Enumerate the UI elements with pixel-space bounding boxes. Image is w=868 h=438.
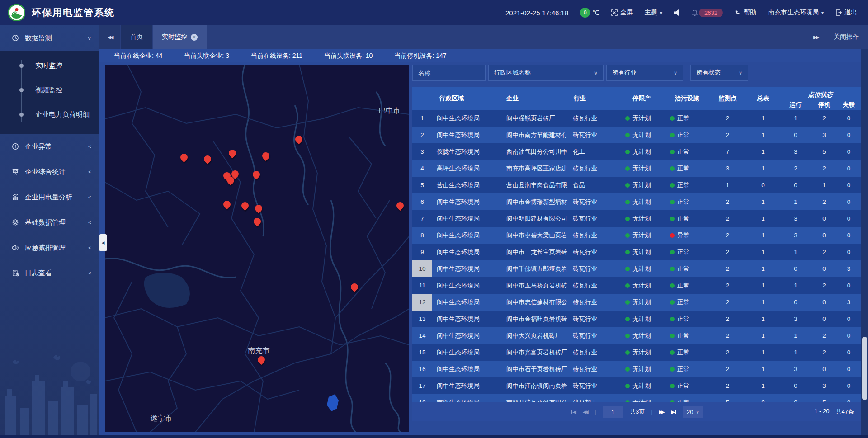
table-row[interactable]: 14阆中生态环境局阆中大兴页岩机砖厂砖瓦行业无计划正常21120: [412, 327, 861, 344]
table-row[interactable]: 4高坪生态环境局南充市高坪区王家店建砖瓦行业无计划正常31220: [412, 160, 861, 177]
fullscreen-button[interactable]: 全屏: [611, 9, 633, 17]
total-pages-label: 共3页: [630, 408, 645, 416]
table-row[interactable]: 5营山生态环境局营山县润丰肉食品有限食品无计划正常10010: [412, 177, 861, 193]
cell-monitor: 2: [708, 244, 747, 260]
cell-region: 营山生态环境局: [432, 177, 503, 193]
cell-stop: 0: [812, 294, 836, 311]
sidebar-item-视频监控[interactable]: 视频监控: [0, 78, 99, 102]
cell-facility: 正常: [665, 210, 708, 227]
cell-run: 3: [779, 143, 812, 160]
table-row[interactable]: 9阆中生态环境局阆中市二龙长宝页岩砖砖瓦行业无计划正常21120: [412, 244, 861, 260]
name-filter-input[interactable]: [412, 65, 486, 81]
sidebar-collapse-button[interactable]: ◀: [99, 234, 107, 251]
mute-icon[interactable]: [674, 9, 680, 16]
industry-filter-select[interactable]: 所有行业 ∨: [606, 65, 683, 81]
stop-limit-text: 无计划: [632, 114, 651, 122]
sidebar-group-数据监测[interactable]: 数据监测∨: [0, 25, 99, 51]
scrollbar-thumb[interactable]: [862, 337, 867, 400]
table-row[interactable]: 3仪陇生态环境局西南油气田分公司川中化工无计划正常71350: [412, 143, 861, 160]
cell-industry: 砖瓦行业: [568, 344, 618, 361]
cell-stop: 0: [812, 227, 836, 244]
table-row[interactable]: 13阆中生态环境局阆中市金福旺页岩机砖砖瓦行业无计划正常21300: [412, 311, 861, 327]
table-row[interactable]: 7阆中生态环境局阆中明阳建材有限公司砖瓦行业无计划正常21300: [412, 210, 861, 227]
filter-bar: 行政区域名称 ∨ 所有行业 ∨ 所有状态 ∨: [412, 65, 861, 81]
divider: |: [595, 409, 596, 415]
region-filter-select[interactable]: 行政区域名称 ∨: [488, 65, 604, 81]
status-dot-icon: [625, 334, 630, 338]
sidebar-group-企业综合统计[interactable]: 企业综合统计<: [0, 159, 99, 184]
cell-run: 1: [779, 277, 812, 294]
tabs-scroll-right-button[interactable]: ▶▶: [813, 34, 818, 40]
cell-index: 8: [412, 227, 432, 244]
cell-facility: 正常: [665, 260, 708, 277]
temperature-badge: 0: [580, 8, 590, 18]
sidebar-group-企业异常[interactable]: 企业异常<: [0, 134, 99, 159]
table-row[interactable]: 18南部生态环境局南部县砖瓦小河有限公建材加工无计划正常50050: [412, 394, 861, 402]
prev-page-button[interactable]: ◀◀: [583, 409, 589, 415]
table-row[interactable]: 15阆中生态环境局阆中市光富页岩机砖厂砖瓦行业无计划正常21120: [412, 344, 861, 361]
map[interactable]: 巴中市南充市遂宁市: [105, 65, 409, 432]
first-page-button[interactable]: ◀: [571, 409, 576, 415]
cell-index: 12: [412, 294, 432, 311]
chevron-down-icon: ∨: [732, 70, 742, 76]
table-row[interactable]: 6阆中生态环境局阆中市金博瑞新型墙材砖瓦行业无计划正常21120: [412, 193, 861, 210]
cell-stop: 0: [812, 210, 836, 227]
table-row[interactable]: 1阆中生态环境局阆中强锐页岩砖厂砖瓦行业无计划正常21120: [412, 110, 861, 127]
cell-run: 1: [779, 110, 812, 127]
stat-item: 当前停机设备: 147: [394, 52, 446, 60]
sidebar-group-企业用电量分析[interactable]: 企业用电量分析<: [0, 184, 99, 210]
cell-monitor: 7: [708, 143, 747, 160]
cell-index: 2: [412, 127, 432, 143]
cell-total: 1: [747, 143, 779, 160]
table-row[interactable]: 2阆中生态环境局阆中市南方节能建材有砖瓦行业无计划正常21030: [412, 127, 861, 143]
facility-text: 正常: [677, 349, 689, 357]
tab-首页[interactable]: 首页: [121, 25, 152, 49]
cell-stop-limit: 无计划: [618, 344, 665, 361]
page-scrollbar[interactable]: [861, 49, 868, 438]
page-size-select[interactable]: 20 ∨: [683, 406, 703, 418]
table-row[interactable]: 10阆中生态环境局阆中千佛镇五郎垭页岩砖瓦行业无计划正常21003: [412, 260, 861, 277]
footer-strip: [0, 435, 868, 438]
table-row[interactable]: 12阆中生态环境局阆中市忠信建材有限公砖瓦行业无计划正常21003: [412, 294, 861, 311]
logout-button[interactable]: 退出: [835, 9, 857, 17]
cell-company: 阆中市金博瑞新型墙材: [503, 193, 568, 210]
last-page-button[interactable]: ▶: [671, 409, 677, 415]
cell-region: 阆中生态环境局: [432, 244, 503, 260]
cell-lost: 0: [836, 110, 861, 127]
chevron-left-icon: <: [88, 169, 91, 175]
cell-company: 阆中大兴页岩机砖厂: [503, 327, 568, 344]
cell-run: 3: [779, 210, 812, 227]
cell-stop: 5: [812, 143, 836, 160]
cell-total: 1: [747, 244, 779, 260]
sidebar-item-企业电力负荷明细[interactable]: 企业电力负荷明细: [0, 102, 99, 127]
stop-limit-text: 无计划: [632, 248, 651, 256]
notification-widget[interactable]: 2632: [692, 9, 723, 17]
table-row[interactable]: 11阆中生态环境局阆中市五马桥页岩机砖砖瓦行业无计划正常21120: [412, 277, 861, 294]
sidebar-group-基础数据管理[interactable]: 基础数据管理<: [0, 210, 99, 235]
cell-region: 阆中生态环境局: [432, 110, 503, 127]
tab-close-icon[interactable]: ×: [191, 34, 198, 41]
status-filter-select[interactable]: 所有状态 ∨: [690, 65, 748, 81]
help-button[interactable]: 帮助: [735, 9, 756, 17]
status-dot-icon: [625, 217, 630, 221]
cell-index: 10: [412, 260, 432, 277]
table-row[interactable]: 8阆中生态环境局阆中市枣碧大梁山页岩砖瓦行业无计划异常21300: [412, 227, 861, 244]
cell-facility: 正常: [665, 127, 708, 143]
sidebar-item-实时监控[interactable]: 实时监控: [0, 53, 99, 78]
close-operations-menu[interactable]: 关闭操作: [834, 33, 859, 41]
cell-industry: 砖瓦行业: [568, 160, 618, 177]
cell-stop-limit: 无计划: [618, 227, 665, 244]
table-row[interactable]: 16阆中生态环境局阆中市石子页岩机砖厂砖瓦行业无计划正常21300: [412, 361, 861, 377]
sidebar-group-应急减排管理[interactable]: 应急减排管理<: [0, 235, 99, 260]
org-user-menu[interactable]: 南充市生态环境局 ▾: [768, 9, 824, 17]
status-dot-icon: [670, 367, 675, 372]
sidebar-group-日志查看[interactable]: 日志查看<: [0, 260, 99, 286]
page-number-input[interactable]: 1: [603, 406, 623, 418]
tab-实时监控[interactable]: 实时监控×: [153, 25, 207, 49]
tabs-scroll-left-button[interactable]: ◀◀: [99, 25, 120, 49]
status-dot-icon: [670, 350, 675, 355]
theme-menu[interactable]: 主题 ▾: [645, 9, 662, 17]
table-row[interactable]: 17阆中生态环境局阆中市江南镇阆南页岩砖瓦行业无计划正常21030: [412, 377, 861, 394]
next-page-button[interactable]: ▶▶: [659, 409, 665, 415]
stat-label: 当前失联企业:: [184, 52, 226, 59]
